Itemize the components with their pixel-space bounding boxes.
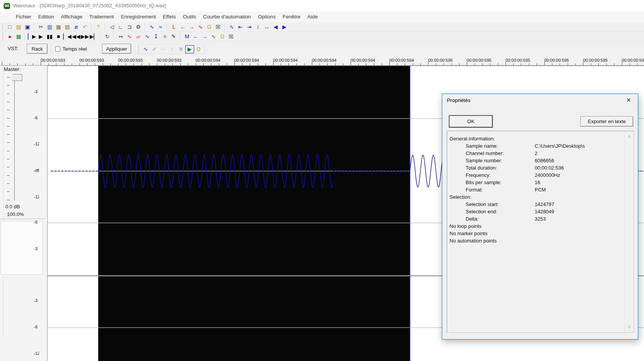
automation-play-button[interactable]: ▶: [185, 45, 194, 53]
connector-1-button[interactable]: ∟: [116, 23, 125, 31]
menu-traitement[interactable]: Traitement: [86, 12, 117, 22]
selection-region[interactable]: [98, 66, 410, 361]
master-slider-track[interactable]: [14, 74, 15, 201]
batch-pages-button[interactable]: ▱: [134, 33, 143, 41]
view-all-wave-button[interactable]: ∿: [227, 23, 236, 31]
trim-selection-button[interactable]: ø: [72, 23, 81, 31]
zoom-selection-right-button[interactable]: ⇥: [245, 23, 254, 31]
fast-forward-button[interactable]: ▶▶: [81, 33, 89, 41]
monitor-meter-button[interactable]: ▦: [14, 33, 23, 41]
toolbar-drag-handle[interactable]: [2, 33, 4, 40]
next-marker-icon: ▶: [282, 24, 287, 30]
property-row: Selection:: [447, 194, 624, 201]
marker-left-button[interactable]: ←: [191, 33, 200, 41]
save-floppy-button[interactable]: ▣: [23, 23, 32, 31]
scroll-up-icon[interactable]: ∧: [625, 131, 634, 142]
waveform-select-button[interactable]: ∿: [147, 23, 156, 31]
automation-scale-button[interactable]: ↕: [168, 45, 176, 53]
marker-wave-button[interactable]: ∿: [209, 33, 218, 41]
delete-markers-button[interactable]: ☒: [227, 33, 236, 41]
automation-curve-button[interactable]: ∿: [141, 45, 150, 53]
rewind-button[interactable]: ◀◀: [72, 33, 81, 41]
master-slider-thumb[interactable]: [10, 74, 22, 81]
zoom-selection-left-button[interactable]: ⇤: [236, 23, 245, 31]
lock-loop-button[interactable]: Ω: [205, 23, 214, 31]
loop-right-button[interactable]: →: [187, 23, 196, 31]
automation-lock-button[interactable]: Ω: [194, 45, 203, 53]
properties-list[interactable]: ∧ ∨ General information:Sample name:C:\U…: [447, 131, 634, 333]
analysis-curve-button[interactable]: ∿: [125, 33, 134, 41]
waveform-select-all-button[interactable]: ≈: [156, 23, 165, 31]
loop-point-l-button[interactable]: L: [170, 23, 178, 31]
play-from-start-button[interactable]: ▏▶: [28, 33, 36, 41]
delete-loop-button[interactable]: ☒: [214, 23, 222, 31]
property-label: General information:: [450, 136, 495, 142]
cut-button[interactable]: ✂: [36, 23, 45, 31]
automation-delete-button[interactable]: ✖: [176, 45, 185, 53]
loop-wave-button[interactable]: ∿: [196, 23, 205, 31]
play-button[interactable]: ▶: [36, 33, 45, 41]
close-icon[interactable]: ✕: [623, 96, 634, 105]
scroll-down-icon[interactable]: ∨: [625, 321, 634, 332]
ruler-tick: [242, 63, 242, 65]
levels-meter-button[interactable]: ≡: [160, 33, 169, 41]
property-label: Sample number:: [466, 158, 502, 163]
menu-edition[interactable]: Edition: [35, 12, 58, 22]
draw-pencil-button[interactable]: ✎: [169, 33, 178, 41]
scrollbar[interactable]: ∧ ∨: [624, 131, 634, 332]
help-button[interactable]: ?: [94, 23, 103, 31]
zoom-vertical-button[interactable]: ↕: [254, 23, 262, 31]
automation-play-icon: ▶: [188, 46, 192, 52]
ok-button[interactable]: OK: [449, 115, 492, 127]
vst-separator: [51, 44, 51, 54]
vst-apply-button[interactable]: Appliquer: [102, 44, 131, 54]
go-to-start-button[interactable]: ▏◀: [63, 33, 72, 41]
marker-right-button[interactable]: →: [200, 33, 209, 41]
menu-outils[interactable]: Outils: [180, 12, 200, 22]
go-to-end-button[interactable]: ▶▏: [89, 33, 98, 41]
vst-rack-button[interactable]: Rack: [27, 44, 48, 54]
menu-courbe-d-automation[interactable]: Courbe d'automation: [199, 12, 254, 22]
new-file-button[interactable]: □: [5, 23, 14, 31]
menu-bar: FichierEditionAffichageTraitementEnregis…: [0, 12, 644, 22]
statistics-doc-button[interactable]: ↣: [116, 33, 125, 41]
paste-insert-button[interactable]: ▧: [63, 23, 72, 31]
property-label: No automation points: [450, 238, 497, 244]
resample-wave-icon: ∿: [145, 34, 150, 39]
toolbar-drag-handle[interactable]: [138, 46, 140, 53]
marker-m-button[interactable]: M: [183, 33, 191, 41]
realtime-checkbox[interactable]: [55, 46, 60, 51]
slider-tick: [7, 77, 10, 77]
undo-button[interactable]: ↶: [81, 23, 89, 31]
record-button[interactable]: ●: [5, 33, 14, 41]
next-marker-button[interactable]: ▶: [280, 23, 289, 31]
paste-button[interactable]: ▦: [54, 23, 63, 31]
stop-button[interactable]: ■: [54, 33, 63, 41]
lock-markers-button[interactable]: Ω: [218, 33, 227, 41]
automation-points-button[interactable]: ⋯: [159, 45, 168, 53]
export-text-button[interactable]: Exporter en texte: [580, 116, 633, 127]
connector-2-button[interactable]: ⊐: [125, 23, 134, 31]
loop-playback-button[interactable]: ↻: [103, 33, 112, 41]
menu-effets[interactable]: Effets: [159, 12, 179, 22]
toolbar-drag-handle[interactable]: [2, 23, 4, 30]
resample-wave-button[interactable]: ∿: [143, 33, 152, 41]
open-folder-button[interactable]: ▤: [14, 23, 23, 31]
insert-silence-button[interactable]: ↧: [152, 33, 160, 41]
loop-left-button[interactable]: ←: [178, 23, 187, 31]
prev-marker-button[interactable]: ◀: [271, 23, 280, 31]
time-ruler[interactable]: 00:00:00:59300:00:00:59300:00:00:59300:0…: [0, 56, 644, 66]
menu-options[interactable]: Options: [254, 12, 279, 22]
zoom-horizontal-button[interactable]: ↔: [262, 23, 271, 31]
toolbar-separator: [91, 23, 92, 30]
speaker-config-button[interactable]: ◁: [107, 23, 116, 31]
pause-button[interactable]: ▮▮: [45, 33, 54, 41]
copy-button[interactable]: ▥: [45, 23, 54, 31]
settings-wrench-button[interactable]: ⚙: [134, 23, 143, 31]
menu-fen-tre[interactable]: Fenêtre: [279, 12, 304, 22]
menu-enregistrement[interactable]: Enregistrement: [117, 12, 160, 22]
menu-affichage[interactable]: Affichage: [58, 12, 86, 22]
menu-fichier[interactable]: Fichier: [12, 12, 35, 22]
automation-apply-check-button[interactable]: ✔: [150, 45, 159, 53]
menu-aide[interactable]: Aide: [304, 12, 321, 22]
